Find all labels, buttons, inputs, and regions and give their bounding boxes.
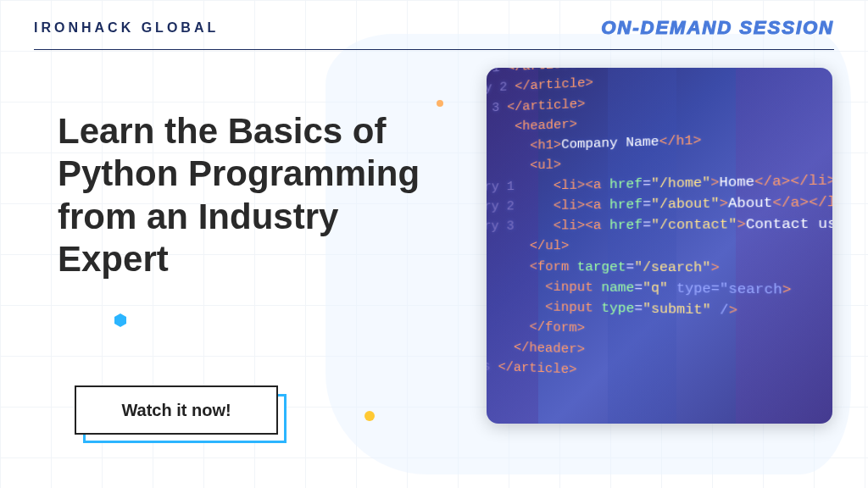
session-tag: ON-DEMAND SESSION: [601, 17, 834, 39]
watch-now-button[interactable]: Watch it now!: [75, 385, 278, 435]
page-header: IRONHACK GLOBAL ON-DEMAND SESSION: [34, 17, 834, 50]
dot-yellow-icon: [364, 411, 375, 421]
dot-orange-icon: [437, 100, 443, 107]
brand-label: IRONHACK GLOBAL: [34, 20, 219, 36]
cta-label: Watch it now!: [121, 401, 231, 420]
code-preview-image: ory 1 </article>tory 2 </article>ory 3 <…: [487, 68, 832, 424]
page-heading: Learn the Basics of Python Programming f…: [58, 110, 431, 281]
cta-container: Watch it now!: [75, 385, 278, 435]
code-snippet: ory 1 </article>tory 2 </article>ory 3 <…: [487, 68, 832, 395]
